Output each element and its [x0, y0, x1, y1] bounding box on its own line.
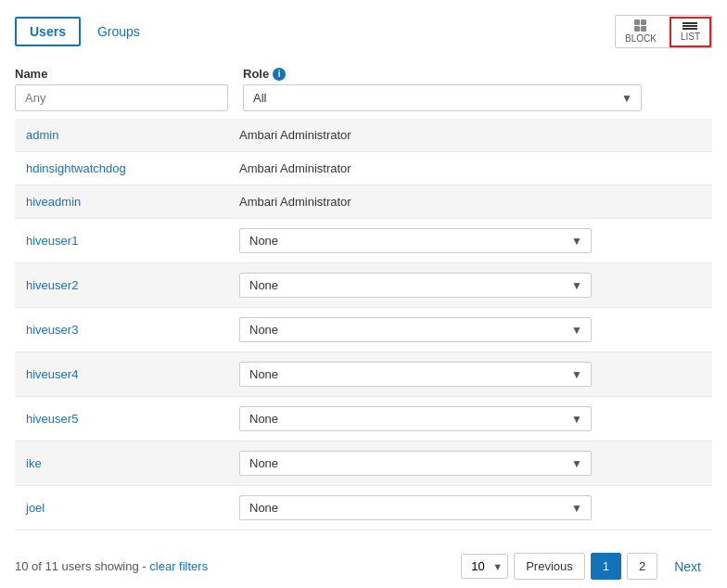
block-view-button[interactable]: BLOCK	[616, 16, 666, 47]
role-select-wrapper: NoneAmbari Administrator▼	[239, 451, 592, 476]
user-role-select[interactable]: NoneAmbari Administrator	[239, 495, 592, 520]
table-row: ikeNoneAmbari Administrator▼	[15, 441, 712, 486]
role-select-wrapper: NoneAmbari Administrator▼	[239, 362, 592, 387]
users-tab[interactable]: Users	[15, 17, 81, 46]
view-toggle: BLOCK LIST	[615, 15, 712, 48]
filter-row: Name Role i All Ambari Administrator Non…	[15, 67, 712, 111]
per-page-select[interactable]: 5 10 25 50	[461, 554, 508, 579]
user-name-link[interactable]: hiveuser4	[26, 367, 78, 381]
user-name-link[interactable]: admin	[26, 128, 58, 142]
role-filter-col: Role i All Ambari Administrator None ▼	[243, 67, 642, 111]
role-select-wrapper: NoneAmbari Administrator▼	[239, 406, 592, 431]
nav-tabs: Users Groups	[15, 17, 153, 46]
name-filter-label: Name	[15, 67, 228, 81]
role-info-icon[interactable]: i	[273, 68, 286, 81]
table-row: hiveadminAmbari Administrator	[15, 185, 712, 219]
name-filter-col: Name	[15, 67, 228, 111]
role-filter-select[interactable]: All Ambari Administrator None	[243, 84, 642, 111]
table-row: hiveuser5NoneAmbari Administrator▼	[15, 397, 712, 441]
user-role-select[interactable]: NoneAmbari Administrator	[239, 451, 592, 476]
user-name-link[interactable]: ike	[26, 456, 42, 470]
user-role-select[interactable]: NoneAmbari Administrator	[239, 228, 592, 253]
page-2-button[interactable]: 2	[627, 553, 657, 580]
previous-button[interactable]: Previous	[514, 553, 585, 580]
user-name-link[interactable]: hiveuser3	[26, 323, 78, 337]
role-filter-label: Role i	[243, 67, 642, 81]
name-filter-input[interactable]	[15, 84, 228, 111]
role-text: Ambari Administrator	[228, 185, 712, 219]
user-name-link[interactable]: hiveadmin	[26, 195, 81, 209]
clear-filters-link[interactable]: clear filters	[149, 559, 208, 573]
footer-info: 10 of 11 users showing - clear filters	[15, 559, 208, 573]
user-role-select[interactable]: NoneAmbari Administrator	[239, 273, 592, 298]
next-button[interactable]: Next	[663, 554, 712, 580]
page-container: Users Groups BLOCK LIST Name	[0, 0, 727, 588]
top-nav: Users Groups BLOCK LIST	[15, 15, 712, 48]
table-row: hiveuser3NoneAmbari Administrator▼	[15, 308, 712, 352]
user-name-link[interactable]: joel	[26, 501, 45, 515]
list-icon	[682, 22, 697, 30]
user-role-select[interactable]: NoneAmbari Administrator	[239, 406, 592, 431]
role-select-wrapper: NoneAmbari Administrator▼	[239, 228, 592, 253]
list-view-button[interactable]: LIST	[670, 17, 711, 47]
table-row: joelNoneAmbari Administrator▼	[15, 486, 712, 530]
groups-tab[interactable]: Groups	[84, 19, 153, 45]
count-text: 10 of 11 users showing	[15, 559, 139, 573]
user-role-select[interactable]: NoneAmbari Administrator	[239, 317, 592, 342]
user-name-link[interactable]: hdinsightwatchdog	[26, 161, 126, 175]
role-text: Ambari Administrator	[228, 152, 712, 185]
user-name-link[interactable]: hiveuser5	[26, 412, 78, 426]
table-row: hiveuser1NoneAmbari Administrator▼	[15, 219, 712, 263]
role-text: Ambari Administrator	[228, 119, 712, 152]
role-select-wrapper: All Ambari Administrator None ▼	[243, 84, 642, 111]
user-name-link[interactable]: hiveuser1	[26, 234, 78, 248]
pagination: 5 10 25 50 ▼ Previous 1 2 Next	[461, 553, 712, 580]
table-row: hdinsightwatchdogAmbari Administrator	[15, 152, 712, 185]
table-row: adminAmbari Administrator	[15, 119, 712, 152]
table-row: hiveuser2NoneAmbari Administrator▼	[15, 263, 712, 308]
table-row: hiveuser4NoneAmbari Administrator▼	[15, 352, 712, 397]
per-page-wrapper: 5 10 25 50 ▼	[461, 554, 508, 579]
users-table: adminAmbari Administratorhdinsightwatchd…	[15, 119, 712, 530]
user-role-select[interactable]: NoneAmbari Administrator	[239, 362, 592, 387]
footer: 10 of 11 users showing - clear filters 5…	[15, 545, 712, 587]
role-select-wrapper: NoneAmbari Administrator▼	[239, 317, 592, 342]
role-select-wrapper: NoneAmbari Administrator▼	[239, 273, 592, 298]
page-1-button[interactable]: 1	[591, 553, 621, 580]
user-name-link[interactable]: hiveuser2	[26, 278, 78, 292]
role-select-wrapper: NoneAmbari Administrator▼	[239, 495, 592, 520]
block-icon	[634, 19, 646, 32]
